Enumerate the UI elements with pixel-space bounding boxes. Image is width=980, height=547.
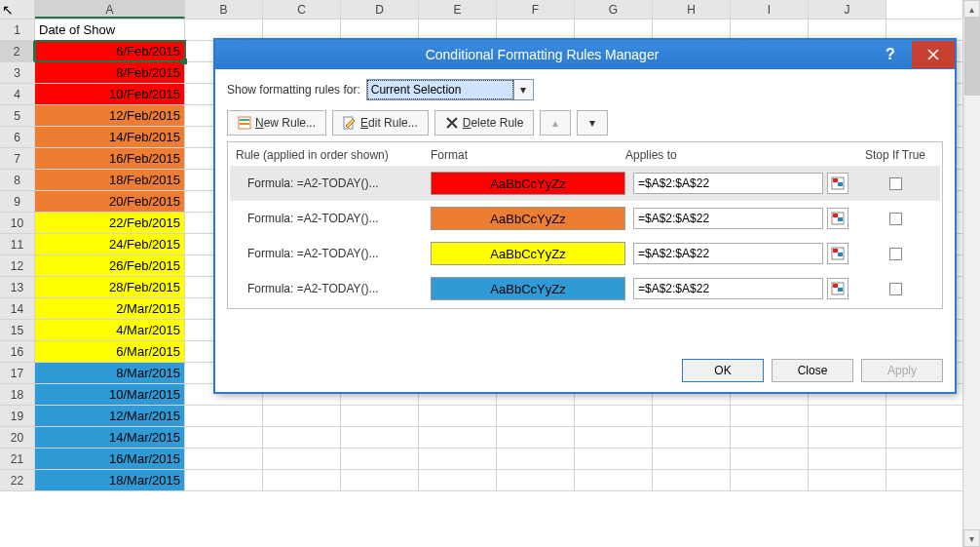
stop-if-true-checkbox[interactable] [889, 177, 902, 190]
col-header-E[interactable]: E [419, 0, 497, 19]
range-picker-button[interactable] [827, 243, 848, 264]
rule-row-3[interactable]: Formula: =A2-TODAY()...AaBbCcYyZz [230, 271, 940, 306]
scroll-thumb[interactable] [964, 18, 980, 96]
move-up-button[interactable]: ▴ [540, 110, 571, 136]
scroll-down-arrow-icon[interactable]: ▾ [963, 529, 980, 547]
cell-D22[interactable] [341, 470, 419, 490]
scroll-up-arrow-icon[interactable]: ▴ [963, 0, 980, 18]
cell-A12[interactable]: 26/Feb/2015 [35, 255, 185, 276]
apply-button[interactable]: Apply [861, 359, 943, 382]
row-header-11[interactable]: 11 [0, 234, 35, 254]
cell-A22[interactable]: 18/Mar/2015 [35, 470, 185, 490]
cell-G22[interactable] [575, 470, 653, 490]
cell-A18[interactable]: 10/Mar/2015 [35, 384, 185, 405]
row-header-5[interactable]: 5 [0, 105, 35, 126]
row-header-10[interactable]: 10 [0, 213, 35, 233]
row-header-3[interactable]: 3 [0, 62, 35, 83]
cell-E20[interactable] [419, 427, 497, 448]
cell-G20[interactable] [575, 427, 653, 448]
cell-C19[interactable] [263, 406, 341, 426]
cell-A7[interactable]: 16/Feb/2015 [35, 148, 185, 169]
row-header-13[interactable]: 13 [0, 277, 35, 297]
cell-A14[interactable]: 2/Mar/2015 [35, 298, 185, 319]
cell-F21[interactable] [497, 449, 575, 469]
cell-G21[interactable] [575, 449, 653, 469]
row-header-16[interactable]: 16 [0, 341, 35, 362]
cell-A15[interactable]: 4/Mar/2015 [35, 320, 185, 340]
cell-A20[interactable]: 14/Mar/2015 [35, 427, 185, 448]
row-header-15[interactable]: 15 [0, 320, 35, 340]
range-picker-button[interactable] [827, 208, 848, 229]
col-header-J[interactable]: J [809, 0, 886, 19]
cell-A19[interactable]: 12/Mar/2015 [35, 406, 185, 426]
cell-F22[interactable] [497, 470, 575, 490]
cell-A5[interactable]: 12/Feb/2015 [35, 105, 185, 126]
cell-D19[interactable] [341, 406, 419, 426]
cell-A11[interactable]: 24/Feb/2015 [35, 234, 185, 254]
col-header-C[interactable]: C [263, 0, 341, 19]
stop-if-true-checkbox[interactable] [889, 283, 902, 295]
new-rule-button[interactable]: New Rule... [227, 110, 326, 136]
cell-F1[interactable] [497, 20, 575, 40]
range-picker-button[interactable] [827, 278, 848, 299]
cell-C1[interactable] [263, 20, 341, 40]
rule-applies-input[interactable] [633, 208, 823, 229]
cell-A10[interactable]: 22/Feb/2015 [35, 213, 185, 233]
cell-A4[interactable]: 10/Feb/2015 [35, 84, 185, 104]
cell-E22[interactable] [419, 470, 497, 490]
help-button[interactable]: ? [869, 41, 912, 68]
cell-A6[interactable]: 14/Feb/2015 [35, 127, 185, 147]
col-header-D[interactable]: D [341, 0, 419, 19]
close-dialog-button[interactable]: Close [772, 359, 853, 382]
row-header-4[interactable]: 4 [0, 84, 35, 104]
show-rules-input[interactable] [367, 80, 513, 99]
cell-I21[interactable] [731, 449, 809, 469]
cell-E1[interactable] [419, 20, 497, 40]
delete-rule-button[interactable]: Delete Rule [434, 110, 535, 136]
row-header-19[interactable]: 19 [0, 406, 35, 426]
cell-D21[interactable] [341, 449, 419, 469]
cell-H21[interactable] [653, 449, 731, 469]
row-header-12[interactable]: 12 [0, 255, 35, 276]
cell-J21[interactable] [809, 449, 886, 469]
rule-row-1[interactable]: Formula: =A2-TODAY()...AaBbCcYyZz [230, 201, 940, 236]
cell-A17[interactable]: 8/Mar/2015 [35, 363, 185, 383]
edit-rule-button[interactable]: Edit Rule... [332, 110, 429, 136]
cell-J1[interactable] [809, 20, 886, 40]
row-header-7[interactable]: 7 [0, 148, 35, 169]
cell-F19[interactable] [497, 406, 575, 426]
cell-D1[interactable] [341, 20, 419, 40]
rule-applies-input[interactable] [633, 243, 823, 264]
col-header-B[interactable]: B [185, 0, 263, 19]
col-header-F[interactable]: F [497, 0, 575, 19]
row-header-14[interactable]: 14 [0, 298, 35, 319]
cell-J20[interactable] [809, 427, 886, 448]
cell-A13[interactable]: 28/Feb/2015 [35, 277, 185, 297]
row-header-2[interactable]: 2 [0, 41, 35, 61]
select-all-corner[interactable] [0, 0, 35, 19]
cell-B22[interactable] [185, 470, 263, 490]
close-button[interactable] [912, 41, 955, 68]
cell-A21[interactable]: 16/Mar/2015 [35, 449, 185, 469]
col-header-A[interactable]: A [35, 0, 185, 19]
cell-H22[interactable] [653, 470, 731, 490]
cell-H19[interactable] [653, 406, 731, 426]
chevron-down-icon[interactable]: ▾ [513, 80, 533, 99]
cell-J19[interactable] [809, 406, 886, 426]
cell-A1[interactable]: Date of Show [35, 20, 185, 40]
cell-G19[interactable] [575, 406, 653, 426]
cell-D20[interactable] [341, 427, 419, 448]
cell-B1[interactable] [185, 20, 263, 40]
stop-if-true-checkbox[interactable] [889, 213, 902, 225]
show-rules-combo[interactable]: ▾ [366, 79, 534, 100]
cell-G1[interactable] [575, 20, 653, 40]
row-header-17[interactable]: 17 [0, 363, 35, 383]
cell-C22[interactable] [263, 470, 341, 490]
rule-applies-input[interactable] [633, 173, 823, 194]
cell-I19[interactable] [731, 406, 809, 426]
row-header-6[interactable]: 6 [0, 127, 35, 147]
cell-A9[interactable]: 20/Feb/2015 [35, 191, 185, 212]
dialog-titlebar[interactable]: Conditional Formatting Rules Manager ? [215, 40, 955, 69]
rule-row-2[interactable]: Formula: =A2-TODAY()...AaBbCcYyZz [230, 236, 940, 271]
cell-B20[interactable] [185, 427, 263, 448]
